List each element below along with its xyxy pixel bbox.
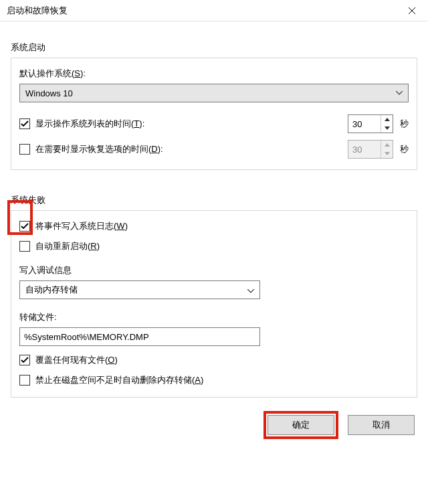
show-recovery-label: 在需要时显示恢复选项的时间(D):	[35, 143, 163, 155]
seconds-unit: 秒	[400, 118, 409, 130]
startup-group: 默认操作系统(S): Windows 10 显示操作系统列表的时间(T): 秒	[11, 58, 417, 170]
auto-restart-label: 自动重新启动(R)	[35, 240, 100, 252]
dump-file-label: 转储文件:	[19, 311, 409, 323]
failure-group: 将事件写入系统日志(W) 自动重新启动(R) 写入调试信息 自动内存转储 转储文…	[11, 210, 417, 398]
show-os-list-label: 显示操作系统列表的时间(T):	[35, 118, 144, 130]
close-button[interactable]	[399, 1, 425, 21]
ok-button[interactable]: 确定	[268, 415, 334, 435]
title-bar: 启动和故障恢复	[0, 0, 428, 21]
chevron-down-icon	[396, 91, 403, 95]
no-auto-delete-checkbox[interactable]	[19, 375, 30, 386]
write-event-log-checkbox[interactable]	[19, 221, 30, 232]
debug-info-label: 写入调试信息	[19, 264, 409, 276]
show-os-list-seconds-spinner[interactable]	[348, 114, 393, 133]
debug-info-select[interactable]: 自动内存转储	[19, 280, 260, 299]
dump-file-input[interactable]: %SystemRoot%\MEMORY.DMP	[19, 327, 260, 346]
spinner-up-icon[interactable]	[381, 115, 393, 124]
spinner-down-icon[interactable]	[381, 124, 393, 133]
default-os-label: 默认操作系统(S):	[19, 68, 409, 80]
seconds-unit: 秒	[400, 143, 409, 155]
debug-info-value: 自动内存转储	[25, 284, 78, 296]
cancel-button[interactable]: 取消	[348, 415, 415, 435]
show-recovery-seconds-spinner	[348, 140, 393, 159]
chevron-down-icon	[247, 285, 254, 295]
auto-restart-checkbox[interactable]	[19, 241, 30, 252]
close-icon	[408, 7, 416, 15]
default-os-select[interactable]: Windows 10	[19, 84, 409, 102]
no-auto-delete-label: 禁止在磁盘空间不足时自动删除内存转储(A)	[35, 374, 203, 386]
dialog-buttons: 确定 取消	[0, 403, 428, 447]
default-os-value: Windows 10	[25, 88, 73, 98]
show-os-list-checkbox[interactable]	[19, 118, 30, 129]
startup-group-label: 系统启动	[11, 41, 417, 54]
overwrite-label: 覆盖任何现有文件(O)	[35, 354, 118, 366]
show-recovery-checkbox[interactable]	[19, 144, 30, 155]
show-os-list-seconds-input[interactable]	[348, 115, 381, 133]
spinner-down-icon	[381, 149, 393, 158]
failure-group-label: 系统失败	[11, 194, 417, 206]
dump-file-value: %SystemRoot%\MEMORY.DMP	[24, 332, 149, 342]
window-title: 启动和故障恢复	[7, 5, 68, 17]
spinner-up-icon	[381, 141, 393, 149]
overwrite-checkbox[interactable]	[19, 355, 30, 365]
write-event-log-label: 将事件写入系统日志(W)	[35, 220, 128, 232]
show-recovery-seconds-input	[348, 141, 381, 158]
